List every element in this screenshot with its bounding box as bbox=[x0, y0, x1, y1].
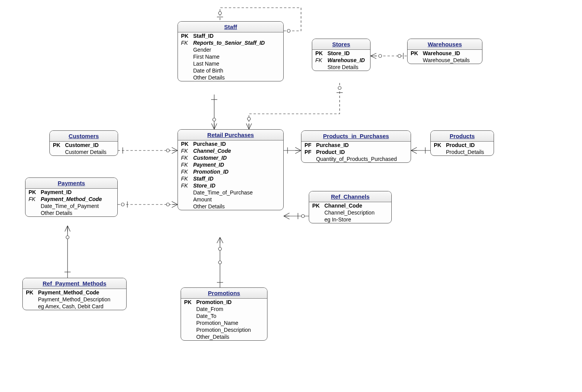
attribute-key: PK bbox=[408, 50, 420, 57]
er-diagram-canvas: Staff PKStaff_IDFKReports_to_Senior_Staf… bbox=[0, 0, 582, 392]
entity-body: PKStaff_IDFKReports_to_Senior_Staff_IDGe… bbox=[178, 32, 283, 81]
svg-point-12 bbox=[218, 247, 222, 250]
attribute-row: FKPayment_Method_Code bbox=[25, 196, 117, 203]
attribute-key: PK bbox=[50, 142, 63, 149]
attribute-name: Customer Details bbox=[63, 149, 118, 155]
entity-title: Products_in_Purchases bbox=[301, 131, 411, 142]
attribute-name: Quantity_of_Products_Purchased bbox=[314, 155, 411, 162]
svg-point-13 bbox=[66, 236, 69, 239]
attribute-key bbox=[178, 53, 191, 60]
attribute-row: Store Details bbox=[312, 64, 370, 71]
attribute-key: FK bbox=[178, 147, 191, 154]
attribute-key bbox=[178, 60, 191, 67]
attribute-row: Other Details bbox=[178, 74, 283, 81]
attribute-row: FKCustomer_ID bbox=[178, 154, 283, 161]
attribute-name: Promotion_ID bbox=[194, 299, 267, 306]
attribute-name: Product_ID bbox=[314, 149, 411, 155]
attribute-row: Other Details bbox=[178, 203, 283, 210]
attribute-key: PK bbox=[431, 142, 443, 149]
attribute-key: PK bbox=[23, 289, 36, 296]
entity-warehouses[interactable]: Warehouses PKWarehouse_IDWarehouse_Detai… bbox=[407, 39, 482, 64]
entity-body: PKPayment_Method_CodePayment_Method_Desc… bbox=[23, 289, 126, 310]
attribute-row: PKChannel_Code bbox=[309, 202, 391, 209]
attribute-key: FK bbox=[25, 196, 38, 203]
svg-point-9 bbox=[121, 203, 124, 206]
attribute-name: Warehouse_Details bbox=[420, 57, 482, 64]
svg-point-5 bbox=[247, 117, 250, 120]
entity-ref-payment-methods[interactable]: Ref_Payment_Methods PKPayment_Method_Cod… bbox=[22, 278, 127, 310]
attribute-row: PFPurchase_ID bbox=[301, 142, 411, 149]
entity-promotions[interactable]: Promotions PKPromotion_IDDate_FromDate_T… bbox=[181, 287, 267, 341]
entity-payments[interactable]: Payments PKPayment_IDFKPayment_Method_Co… bbox=[25, 177, 118, 217]
attribute-row: FKChannel_Code bbox=[178, 147, 283, 154]
entity-customers[interactable]: Customers PKCustomer_IDCustomer Details bbox=[49, 130, 118, 156]
attribute-row: PKStaff_ID bbox=[178, 32, 283, 39]
attribute-row: Date_To bbox=[181, 313, 267, 319]
attribute-row: Date_Time_of_Payment bbox=[25, 203, 117, 210]
attribute-key bbox=[181, 306, 194, 313]
attribute-name: Payment_ID bbox=[191, 161, 283, 168]
attribute-name: Gender bbox=[191, 46, 283, 53]
attribute-key bbox=[25, 203, 38, 210]
attribute-name: Channel_Code bbox=[191, 147, 283, 154]
attribute-key: PF bbox=[301, 142, 314, 149]
attribute-row: Gender bbox=[178, 46, 283, 53]
attribute-row: Other Details bbox=[25, 210, 117, 216]
entity-body: PKProduct_IDProduct_Details bbox=[431, 142, 494, 155]
attribute-key bbox=[181, 333, 194, 340]
attribute-key: PK bbox=[178, 140, 191, 147]
entity-title: Stores bbox=[312, 39, 370, 50]
attribute-key: PK bbox=[25, 189, 38, 196]
attribute-name: Product_ID bbox=[443, 142, 494, 149]
entity-title: Products bbox=[431, 131, 494, 142]
attribute-key bbox=[181, 326, 194, 333]
attribute-row: Product_Details bbox=[431, 149, 494, 155]
attribute-key: FK bbox=[178, 39, 191, 46]
entity-products[interactable]: Products PKProduct_IDProduct_Details bbox=[430, 130, 494, 156]
attribute-name: Store_ID bbox=[325, 50, 370, 57]
entity-retail-purchases[interactable]: Retail Purchases PKPurchase_IDFKChannel_… bbox=[178, 129, 284, 210]
attribute-row: PKPromotion_ID bbox=[181, 299, 267, 306]
entity-title: Promotions bbox=[181, 288, 267, 299]
attribute-row: PKWarehouse_ID bbox=[408, 50, 482, 57]
attribute-name: Other Details bbox=[38, 210, 117, 216]
attribute-name: eg Amex, Cash, Debit Card bbox=[36, 303, 126, 310]
svg-point-2 bbox=[379, 54, 382, 57]
attribute-key bbox=[309, 216, 322, 223]
attribute-name: Store Details bbox=[325, 64, 370, 71]
attribute-key: PK bbox=[178, 32, 191, 39]
attribute-row: Customer Details bbox=[50, 149, 118, 155]
attribute-row: PKPayment_ID bbox=[25, 189, 117, 196]
attribute-row: eg Amex, Cash, Debit Card bbox=[23, 303, 126, 310]
attribute-key bbox=[23, 303, 36, 310]
attribute-name: Payment_Method_Code bbox=[38, 196, 117, 203]
svg-point-11 bbox=[218, 261, 222, 264]
attribute-row: FKStaff_ID bbox=[178, 175, 283, 182]
entity-stores[interactable]: Stores PKStore_IDFKWarehouse_IDStore Det… bbox=[312, 39, 371, 71]
attribute-key bbox=[178, 189, 191, 196]
attribute-row: FKStore_ID bbox=[178, 182, 283, 189]
attribute-name: Reports_to_Senior_Staff_ID bbox=[191, 39, 283, 46]
attribute-name: Other Details bbox=[191, 203, 283, 210]
attribute-key: PK bbox=[181, 299, 194, 306]
attribute-row: Date_From bbox=[181, 306, 267, 313]
entity-products-in-purchases[interactable]: Products_in_Purchases PFPurchase_IDPFPro… bbox=[301, 130, 411, 163]
entity-staff[interactable]: Staff PKStaff_IDFKReports_to_Senior_Staf… bbox=[178, 21, 284, 81]
attribute-key bbox=[312, 64, 325, 71]
attribute-name: Date of Birth bbox=[191, 67, 283, 74]
attribute-key: FK bbox=[178, 175, 191, 182]
attribute-key: FK bbox=[178, 161, 191, 168]
attribute-key bbox=[301, 155, 314, 162]
attribute-name: First Name bbox=[191, 53, 283, 60]
attribute-row: Promotion_Name bbox=[181, 319, 267, 326]
attribute-row: PKStore_ID bbox=[312, 50, 370, 57]
attribute-key bbox=[23, 296, 36, 303]
attribute-key bbox=[309, 209, 322, 216]
attribute-name: Channel_Description bbox=[322, 209, 391, 216]
attribute-key: FK bbox=[178, 168, 191, 175]
attribute-name: Other_Details bbox=[194, 333, 267, 340]
entity-ref-channels[interactable]: Ref_Channels PKChannel_CodeChannel_Descr… bbox=[309, 191, 392, 223]
attribute-key: FK bbox=[178, 154, 191, 161]
attribute-name: Staff_ID bbox=[191, 32, 283, 39]
attribute-name: Date_Time_of_Purchase bbox=[191, 189, 283, 196]
